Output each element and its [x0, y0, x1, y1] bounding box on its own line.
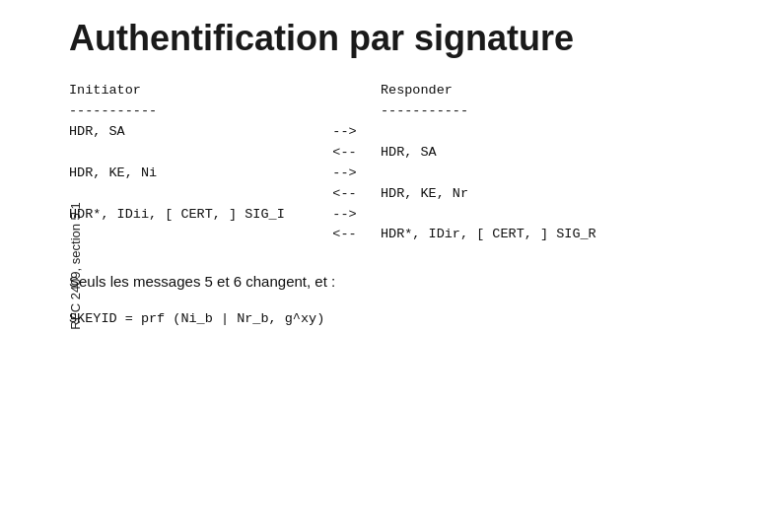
- protocol-table: Initiator Responder ----------- --------…: [59, 81, 769, 245]
- skeyid-text: SKEYID = prf (Ni_b | Nr_b, g^xy): [69, 311, 769, 326]
- page-container: RFC 2409, section 5.1 Authentification p…: [0, 0, 769, 532]
- note-text: Seuls les messages 5 et 6 changent, et :: [69, 273, 769, 290]
- skeyid-line: SKEYID = prf (Ni_b | Nr_b, g^xy): [59, 311, 769, 326]
- message-note: Seuls les messages 5 et 6 changent, et :: [59, 273, 769, 290]
- main-content: Authentification par signature Initiator…: [59, 0, 769, 532]
- page-title: Authentification par signature: [59, 0, 769, 59]
- protocol-content: Initiator Responder ----------- --------…: [69, 81, 769, 245]
